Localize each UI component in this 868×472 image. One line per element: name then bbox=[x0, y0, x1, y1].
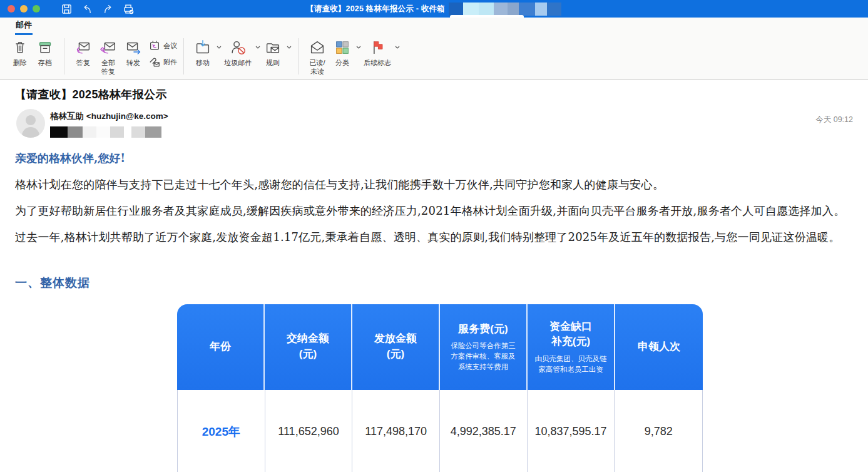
rules-button[interactable]: 规则 bbox=[260, 37, 292, 68]
meeting-button[interactable]: 会议 bbox=[148, 39, 177, 52]
window-title: 【请查收】2025 格林年报公示 - 收件箱 bbox=[306, 4, 445, 14]
table-row-2025: 2025年 111,652,960 117,498,170 4,992,385.… bbox=[177, 390, 703, 472]
redo-icon[interactable] bbox=[101, 3, 114, 15]
section-title-overall-data: 一、整体数据 bbox=[15, 275, 853, 291]
follow-up-button[interactable]: 后续标志 bbox=[361, 37, 400, 68]
forward-button[interactable]: 转发 bbox=[121, 37, 146, 68]
titlebar-redacted-text bbox=[449, 3, 561, 16]
column-header-disbursed-amount: 发放金额 (元) bbox=[352, 304, 440, 390]
categorize-icon bbox=[333, 37, 352, 58]
email-greeting: 亲爱的格林伙伴,您好! bbox=[15, 151, 853, 166]
email-reading-pane: 【请查收】2025格林年报公示 格林互助 <huzhujin@ke.com> 今… bbox=[0, 87, 868, 472]
rules-icon bbox=[263, 37, 282, 58]
attachment-icon bbox=[148, 56, 161, 68]
delete-button[interactable]: 删除 bbox=[8, 37, 33, 68]
cell-claims: 9,782 bbox=[615, 390, 702, 472]
email-paragraph: 为了更好帮助新居住行业服务者及其家庭成员,缓解因疾病或意外带来的经济压力,202… bbox=[15, 203, 853, 218]
ribbon-separator bbox=[64, 38, 64, 74]
read-unread-icon bbox=[308, 37, 327, 58]
email-timestamp: 今天 09:12 bbox=[815, 115, 853, 125]
annual-report-table: 年份 交纳金额 (元) 发放金额 (元) 服务费(元) 保险公司等合作第三 方案… bbox=[177, 304, 703, 472]
email-paragraph: 过去一年,格林计划共帮助了近万个家庭,发放资金超1.17亿元,秉承着自愿、透明、… bbox=[15, 229, 853, 245]
sender-name-email[interactable]: 格林互助 <huzhujin@ke.com> bbox=[50, 111, 168, 122]
forward-icon bbox=[123, 37, 143, 58]
junk-button[interactable]: 垃圾邮件 bbox=[222, 37, 260, 68]
save-icon[interactable] bbox=[60, 3, 73, 15]
table-header-row: 年份 交纳金额 (元) 发放金额 (元) 服务费(元) 保险公司等合作第三 方案… bbox=[177, 304, 703, 390]
trash-icon bbox=[11, 37, 29, 58]
minimize-window-button[interactable] bbox=[20, 5, 28, 13]
chevron-down-icon bbox=[217, 46, 222, 49]
chevron-down-icon bbox=[255, 46, 260, 49]
cell-year: 2025年 bbox=[178, 390, 265, 472]
reply-all-icon bbox=[98, 37, 118, 58]
cell-service-fee: 4,992,385.17 bbox=[440, 390, 528, 472]
chevron-down-icon bbox=[356, 46, 361, 49]
email-paragraph: 格林计划在您的陪伴与支持下已走过十七个年头,感谢您的信任与支持,让我们能携手数十… bbox=[15, 177, 853, 192]
window-controls bbox=[8, 5, 40, 13]
cell-disbursed-amount: 117,498,170 bbox=[352, 390, 440, 472]
categorize-button[interactable]: 分类 bbox=[330, 37, 361, 68]
recipient-redacted-text bbox=[50, 126, 168, 138]
ribbon: 邮件 删除 存档 答复 全部 答复 bbox=[0, 18, 868, 80]
archive-icon bbox=[36, 37, 54, 58]
window-titlebar: 【请查收】2025 格林年报公示 - 收件箱 bbox=[0, 0, 868, 18]
read-unread-button[interactable]: 已读/ 未读 bbox=[305, 37, 330, 76]
column-header-claims: 申领人次 bbox=[615, 304, 703, 390]
archive-button[interactable]: 存档 bbox=[33, 37, 58, 68]
reply-button[interactable]: 答复 bbox=[71, 37, 96, 68]
column-header-funding-gap: 资金缺口 补充(元) 由贝壳集团、贝壳及链 家高管和老员工出资 bbox=[528, 304, 615, 390]
ribbon-separator bbox=[183, 38, 184, 74]
meeting-icon bbox=[148, 39, 161, 52]
column-header-service-fee: 服务费(元) 保险公司等合作第三 方案件审核、客服及 系统支持等费用 bbox=[440, 304, 528, 390]
chevron-down-icon bbox=[287, 46, 292, 49]
move-folder-icon bbox=[193, 37, 212, 58]
column-header-paid-amount: 交纳金额 (元) bbox=[265, 304, 352, 390]
zoom-window-button[interactable] bbox=[33, 5, 40, 13]
reply-all-button[interactable]: 全部 答复 bbox=[96, 37, 121, 76]
move-button[interactable]: 移动 bbox=[190, 37, 222, 68]
cell-funding-gap: 10,837,595.17 bbox=[528, 390, 615, 472]
chevron-down-icon bbox=[395, 46, 400, 49]
sender-avatar bbox=[16, 109, 45, 138]
tab-mail[interactable]: 邮件 bbox=[15, 19, 33, 35]
close-window-button[interactable] bbox=[8, 5, 15, 13]
email-subject: 【请查收】2025格林年报公示 bbox=[15, 87, 853, 102]
reply-icon bbox=[73, 37, 93, 58]
cell-paid-amount: 111,652,960 bbox=[265, 390, 353, 472]
attachment-button[interactable]: 附件 bbox=[148, 56, 177, 68]
column-header-year: 年份 bbox=[177, 304, 265, 390]
junk-mail-icon bbox=[228, 37, 247, 58]
flag-icon bbox=[368, 37, 387, 58]
undo-icon[interactable] bbox=[81, 3, 93, 15]
ribbon-separator bbox=[298, 38, 299, 74]
print-icon[interactable] bbox=[122, 3, 135, 15]
